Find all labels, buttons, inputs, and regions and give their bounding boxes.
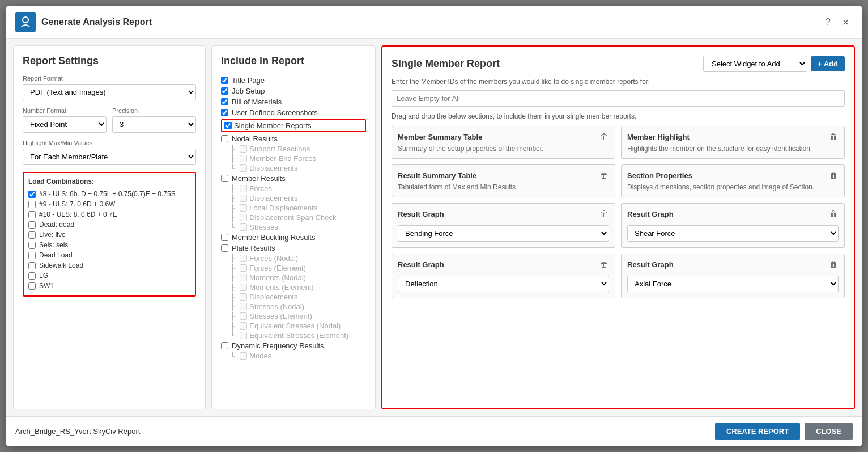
lc5-label: Live: live	[39, 231, 66, 239]
lc10-checkbox[interactable]	[28, 282, 36, 290]
equiv-stresses-element-checkbox[interactable]	[240, 332, 247, 339]
widget-result-summary-delete[interactable]: 🗑	[599, 171, 609, 180]
list-item: LG	[28, 271, 190, 281]
forces-element-item: ├ Forces (Element)	[230, 263, 366, 273]
plate-results-checkbox[interactable]	[221, 244, 228, 252]
widget-result-graph-axial-delete[interactable]: 🗑	[828, 260, 839, 269]
modes-checkbox[interactable]	[240, 352, 247, 360]
bill-of-materials-label: Bill of Materials	[232, 98, 282, 106]
job-setup-label: Job Setup	[232, 87, 265, 95]
widget-member-summary-title: Member Summary Table	[398, 133, 482, 141]
result-graph-deflection-select[interactable]: Bending Force Shear Force Deflection Axi…	[398, 276, 609, 292]
lc5-checkbox[interactable]	[28, 231, 36, 239]
include-report-panel: Include in Report Title Page Job Setup B…	[211, 45, 376, 409]
stresses-checkbox[interactable]	[240, 223, 247, 231]
dynamic-frequency-label: Dynamic Frequency Results	[232, 341, 324, 350]
member-buckling-checkbox[interactable]	[221, 234, 228, 241]
stresses-item: └ Stresses	[230, 222, 366, 232]
close-button[interactable]: CLOSE	[805, 423, 853, 440]
report-format-group: Report Format PDF (Text and Images) PDF …	[23, 75, 196, 100]
result-graph-bending-select[interactable]: Bending Force Shear Force Deflection Axi…	[398, 225, 609, 242]
widget-section-properties-title: Section Properties	[627, 171, 692, 180]
lc9-label: LG	[39, 272, 48, 280]
widget-result-graph-bending-delete[interactable]: 🗑	[599, 209, 609, 218]
result-graph-axial-select[interactable]: Bending Force Shear Force Deflection Axi…	[627, 276, 839, 292]
widget-section-properties-header: Section Properties 🗑	[627, 171, 839, 180]
plate-displacements-checkbox[interactable]	[240, 293, 247, 301]
single-member-header: Single Member Report Select Widget to Ad…	[392, 56, 845, 72]
member-ids-input[interactable]	[392, 90, 845, 107]
stresses-element-checkbox[interactable]	[240, 312, 247, 320]
single-member-reports-checkbox[interactable]	[224, 122, 232, 129]
lc6-checkbox[interactable]	[28, 242, 36, 249]
lc1-checkbox[interactable]	[28, 191, 36, 198]
lc8-checkbox[interactable]	[28, 262, 36, 269]
add-widget-button[interactable]: + Add	[811, 56, 845, 71]
equiv-stresses-nodal-item: ├ Equivalent Stresses (Nodal)	[230, 321, 366, 331]
widget-result-graph-shear-delete[interactable]: 🗑	[828, 209, 839, 218]
highlight-select[interactable]: For Each Member/Plate Global	[23, 149, 196, 165]
widget-member-highlight-delete[interactable]: 🗑	[828, 132, 839, 141]
svg-point-0	[23, 17, 28, 23]
widget-member-highlight-title: Member Highlight	[627, 133, 690, 141]
moments-element-checkbox[interactable]	[240, 284, 247, 291]
stresses-element-label: Stresses (Element)	[249, 312, 312, 320]
number-format-select[interactable]: Fixed Point Scientific	[23, 116, 107, 133]
stresses-nodal-checkbox[interactable]	[240, 303, 247, 310]
widget-to-add-select[interactable]: Select Widget to Add Member Summary Tabl…	[703, 56, 807, 72]
moments-nodal-label: Moments (Nodal)	[249, 273, 306, 282]
lc2-checkbox[interactable]	[28, 201, 36, 208]
number-format-group: Number Format Fixed Point Scientific	[23, 107, 107, 133]
precision-select[interactable]: 3 1 2 4	[112, 116, 196, 133]
local-displacements-checkbox[interactable]	[240, 204, 247, 212]
modal-close-button[interactable]: ✕	[839, 16, 853, 29]
widget-result-graph-deflection-delete[interactable]: 🗑	[599, 260, 609, 269]
modal-header-left: Generate Analysis Report	[15, 12, 152, 32]
widget-result-graph-axial: Result Graph 🗑 Bending Force Shear Force…	[621, 254, 845, 298]
bill-of-materials-checkbox[interactable]	[221, 98, 228, 105]
widget-result-graph-bending-title: Result Graph	[398, 210, 444, 218]
widget-section-properties: Section Properties 🗑 Displays dimensions…	[621, 164, 845, 197]
list-item: Live: live	[28, 230, 190, 240]
lc2-label: #9 - ULS: 7. 0.6D + 0.6W	[39, 200, 115, 208]
member-end-forces-checkbox[interactable]	[240, 155, 247, 162]
dynamic-frequency-item: Dynamic Frequency Results	[221, 340, 366, 351]
nodal-results-item: Nodal Results	[221, 133, 366, 144]
nodal-results-checkbox[interactable]	[221, 135, 228, 142]
forces-element-checkbox[interactable]	[240, 264, 247, 272]
report-format-label: Report Format	[23, 75, 196, 82]
member-displacements-checkbox[interactable]	[240, 195, 247, 202]
help-button[interactable]: ?	[822, 16, 834, 29]
widget-result-summary-title: Result Summary Table	[398, 171, 476, 180]
forces-checkbox[interactable]	[240, 185, 247, 192]
report-settings-panel: Report Settings Report Format PDF (Text …	[13, 45, 206, 409]
user-screenshots-checkbox[interactable]	[221, 109, 228, 116]
plate-displacements-item: ├ Displacements	[230, 292, 366, 302]
number-format-row: Number Format Fixed Point Scientific Pre…	[23, 107, 196, 140]
load-combinations-label: Load Combinations:	[28, 178, 190, 185]
forces-nodal-checkbox[interactable]	[240, 255, 247, 262]
lc3-checkbox[interactable]	[28, 211, 36, 218]
widget-section-properties-delete[interactable]: 🗑	[828, 171, 839, 180]
lc4-checkbox[interactable]	[28, 221, 36, 229]
lc9-checkbox[interactable]	[28, 272, 36, 280]
nodal-displacements-checkbox[interactable]	[240, 164, 247, 172]
displacement-span-check-checkbox[interactable]	[240, 214, 247, 221]
title-page-checkbox[interactable]	[221, 77, 228, 84]
support-reactions-checkbox[interactable]	[240, 145, 247, 153]
member-results-checkbox[interactable]	[221, 175, 228, 182]
result-graph-shear-select[interactable]: Bending Force Shear Force Deflection Axi…	[627, 225, 839, 242]
moments-element-label: Moments (Element)	[249, 283, 313, 292]
create-report-button[interactable]: CREATE REPORT	[715, 423, 800, 440]
widget-member-summary-delete[interactable]: 🗑	[599, 132, 609, 141]
report-settings-title: Report Settings	[23, 55, 196, 67]
lc7-checkbox[interactable]	[28, 252, 36, 259]
support-reactions-item: ├ Support Reactions	[230, 144, 366, 154]
dynamic-frequency-checkbox[interactable]	[221, 342, 228, 349]
report-format-select[interactable]: PDF (Text and Images) PDF (Text Only) HT…	[23, 84, 196, 100]
job-setup-checkbox[interactable]	[221, 87, 228, 95]
moments-nodal-checkbox[interactable]	[240, 274, 247, 281]
equiv-stresses-nodal-checkbox[interactable]	[240, 322, 247, 330]
support-reactions-label: Support Reactions	[249, 145, 310, 153]
member-results-label: Member Results	[232, 174, 286, 183]
